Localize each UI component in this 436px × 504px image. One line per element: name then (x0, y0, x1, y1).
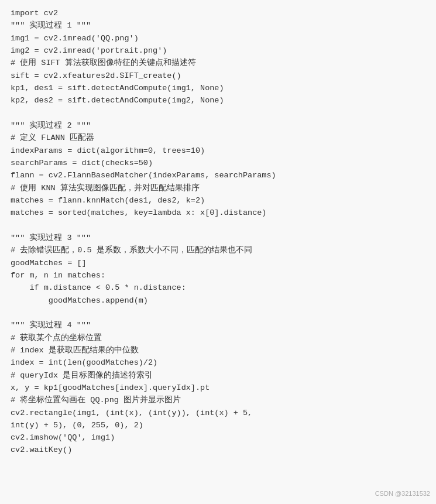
code-line: kp1, des1 = sift.detectAndCompute(img1, … (11, 82, 425, 94)
code-line: # 使用 SIFT 算法获取图像特征的关键点和描述符 (11, 57, 425, 69)
code-line: # index 是获取匹配结果的中位数 (11, 344, 425, 356)
code-line: # 去除错误匹配，0.5 是系数，系数大小不同，匹配的结果也不同 (11, 244, 425, 256)
code-line: sift = cv2.xfeatures2d.SIFT_create() (11, 70, 425, 82)
code-line (11, 107, 425, 119)
code-line: img1 = cv2.imread('QQ.png') (11, 32, 425, 44)
code-line: """ 实现过程 1 """ (11, 19, 425, 32)
code-line: int(y) + 5), (0, 255, 0), 2) (11, 419, 425, 431)
code-line: """ 实现过程 2 """ (11, 119, 425, 132)
code-line: matches = sorted(matches, key=lambda x: … (11, 207, 425, 219)
code-line: cv2.waitKey() (11, 444, 425, 456)
code-line: if m.distance < 0.5 * n.distance: (11, 282, 425, 294)
code-block: import cv2""" 实现过程 1 """img1 = cv2.imrea… (11, 7, 425, 457)
code-line: flann = cv2.FlannBasedMatcher(indexParam… (11, 169, 425, 181)
code-line: # 获取某个点的坐标位置 (11, 332, 425, 344)
code-line (11, 220, 425, 232)
code-line: index = int(len(goodMatches)/2) (11, 356, 425, 369)
code-line: cv2.imshow('QQ', img1) (11, 431, 425, 444)
code-line: img2 = cv2.imread('portrait.png') (11, 44, 425, 57)
code-line: """ 实现过程 4 """ (11, 319, 425, 331)
code-line (11, 307, 425, 319)
code-line: goodMatches.append(m) (11, 294, 425, 307)
code-line: # 将坐标位置勾画在 QQ.png 图片并显示图片 (11, 394, 425, 406)
code-line: kp2, des2 = sift.detectAndCompute(img2, … (11, 94, 425, 107)
code-line: for m, n in matches: (11, 269, 425, 282)
code-line: indexParams = dict(algorithm=0, trees=10… (11, 145, 425, 157)
code-line: """ 实现过程 3 """ (11, 232, 425, 244)
code-line: # 定义 FLANN 匹配器 (11, 132, 425, 144)
code-line: x, y = kp1[goodMatches[index].queryIdx].… (11, 382, 425, 394)
code-line: cv2.rectangle(img1, (int(x), (int(y)), (… (11, 407, 425, 419)
code-line: import cv2 (11, 7, 425, 19)
code-line: searchParams = dict(checks=50) (11, 157, 425, 169)
code-container: import cv2""" 实现过程 1 """img1 = cv2.imrea… (0, 0, 436, 504)
watermark: CSDN @32131532 (375, 489, 430, 499)
code-line: matches = flann.knnMatch(des1, des2, k=2… (11, 194, 425, 207)
code-line: # queryIdx 是目标图像的描述符索引 (11, 369, 425, 382)
code-line: # 使用 KNN 算法实现图像匹配，并对匹配结果排序 (11, 182, 425, 194)
code-line: goodMatches = [] (11, 257, 425, 269)
